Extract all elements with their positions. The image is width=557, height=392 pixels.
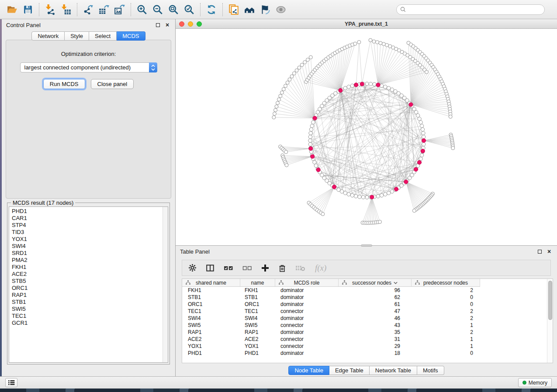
tab-motifs[interactable]: Motifs (417, 366, 444, 375)
table-cell: STB1 (240, 294, 275, 301)
table-row[interactable]: PHD1PHD1dominator180 (182, 350, 553, 357)
tab-style[interactable]: Style (65, 31, 89, 41)
result-item[interactable]: PHD1 (12, 208, 163, 215)
zoom-in-icon[interactable] (134, 2, 150, 17)
column-header-MCDS-role[interactable]: MCDS role (275, 279, 339, 286)
search-field[interactable] (396, 4, 545, 15)
float-table-panel-icon[interactable] (536, 248, 543, 255)
column-header-name[interactable]: name (240, 279, 275, 286)
zoom-fit-icon[interactable] (166, 2, 181, 17)
network-file-icon[interactable] (226, 2, 242, 17)
tab-network-table[interactable]: Network Table (370, 366, 417, 375)
column-header-predecessor-nodes[interactable]: predecessor nodes (412, 279, 480, 286)
table-cell: RAP1 (182, 329, 240, 336)
control-panel-title: Control Panel (6, 22, 41, 28)
table-row[interactable]: TEC1TEC1connector472 (182, 308, 553, 315)
table-row[interactable]: SWI4SWI4dominator462 (182, 315, 553, 322)
table-scrollbar[interactable] (547, 279, 553, 363)
result-item[interactable]: TEC1 (12, 313, 163, 320)
table-row[interactable]: YOX1YOX1connector291 (182, 343, 553, 350)
result-item[interactable]: SWI5 (12, 306, 163, 313)
search-input[interactable] (408, 7, 541, 13)
column-header-shared-name[interactable]: shared name (182, 279, 240, 286)
export-image-icon[interactable] (112, 2, 128, 17)
result-item[interactable]: FKH1 (12, 264, 163, 271)
zoom-selected-icon[interactable] (181, 2, 197, 17)
import-table-icon[interactable] (58, 2, 74, 17)
memory-button[interactable]: Memory (518, 378, 552, 387)
table-row[interactable]: ACE2ACE2connector311 (182, 336, 553, 343)
table-cell: 2 (412, 308, 480, 315)
settings-gear-icon[interactable] (188, 264, 197, 272)
column-header-successor-nodes[interactable]: successor nodes (339, 279, 412, 286)
result-item[interactable]: TID3 (12, 229, 163, 236)
tab-edge-table[interactable]: Edge Table (329, 366, 370, 375)
close-table-panel-icon[interactable]: × (546, 248, 553, 255)
table-row[interactable]: ORC1ORC1dominator610 (182, 301, 553, 308)
open-folder-icon[interactable] (4, 2, 20, 17)
table-row[interactable]: STB1STB1dominator620 (182, 294, 553, 301)
column-layout-icon[interactable] (206, 264, 214, 272)
zoom-out-icon[interactable] (150, 2, 166, 17)
result-item[interactable]: STP4 (12, 222, 163, 229)
select-stepper-icon (149, 62, 157, 72)
table-row[interactable]: FKH1FKH1dominator962 (182, 287, 553, 294)
result-item[interactable]: STB5 (12, 278, 163, 285)
toolbar-separator (222, 3, 223, 16)
table-cell: 62 (339, 294, 412, 301)
table-cell: SWI4 (240, 315, 275, 322)
toolbar-separator (77, 3, 77, 16)
export-table-icon[interactable] (96, 2, 112, 17)
result-item[interactable]: ORC1 (12, 285, 163, 292)
mcds-result-title: MCDS result (17 nodes) (11, 199, 75, 206)
splitter-handle[interactable] (361, 244, 372, 247)
result-item[interactable]: STB1 (12, 299, 163, 306)
result-item[interactable]: RAP1 (12, 292, 163, 299)
save-icon[interactable] (20, 2, 36, 17)
node-table: shared namenameMCDS rolesuccessor nodesp… (182, 279, 553, 363)
run-mcds-button[interactable]: Run MCDS (43, 79, 85, 89)
float-panel-icon[interactable] (154, 21, 161, 28)
table-cell: YOX1 (240, 343, 275, 350)
table-cell: TEC1 (182, 308, 240, 315)
tab-select[interactable]: Select (89, 31, 117, 41)
tab-network[interactable]: Network (31, 31, 65, 41)
network-graph[interactable] (176, 29, 557, 245)
import-network-icon[interactable] (42, 2, 58, 17)
table-cell: TEC1 (240, 308, 275, 315)
delete-column-icon[interactable] (278, 264, 286, 272)
result-item[interactable]: GCR1 (12, 320, 163, 327)
table-tabs: Node TableEdge TableNetwork TableMotifs (176, 363, 557, 376)
result-item[interactable]: SRD1 (12, 250, 163, 257)
hide-selected-icon[interactable] (257, 2, 273, 17)
table-cell: 2 (412, 315, 480, 322)
first-neighbors-icon[interactable] (242, 2, 257, 17)
add-column-icon[interactable] (261, 264, 269, 272)
table-cell: 0 (412, 294, 480, 301)
export-network-icon[interactable] (80, 2, 96, 17)
tab-node-table[interactable]: Node Table (288, 366, 329, 375)
result-item[interactable]: PMA2 (12, 257, 163, 264)
close-panel-icon[interactable]: × (164, 21, 171, 28)
table-cell: connector (275, 336, 339, 343)
result-list-scrollbar[interactable] (163, 207, 168, 362)
task-history-button[interactable] (5, 378, 17, 387)
refresh-icon[interactable] (204, 2, 219, 17)
result-item[interactable]: CAR1 (12, 215, 163, 222)
result-item[interactable]: ACE2 (12, 271, 163, 278)
criterion-select[interactable]: largest connected component (undirected) (20, 62, 157, 72)
scrollbar-thumb[interactable] (548, 281, 552, 320)
table-cell: ORC1 (182, 301, 240, 308)
control-panel: Control Panel × NetworkStyleSelectMCDS O… (2, 19, 176, 376)
status-bar: Memory (0, 376, 557, 389)
result-item[interactable]: YOX1 (12, 236, 163, 243)
network-title-bar: YPA_prune.txt_1 (176, 19, 557, 29)
tab-mcds[interactable]: MCDS (117, 31, 145, 41)
table-row[interactable]: RAP1RAP1dominator352 (182, 329, 553, 336)
deselect-all-icon[interactable] (242, 265, 252, 272)
network-canvas[interactable] (176, 29, 557, 245)
select-all-icon[interactable] (224, 265, 233, 272)
close-panel-button[interactable]: Close panel (91, 79, 134, 89)
table-row[interactable]: SWI5SWI5connector431 (182, 322, 553, 329)
result-item[interactable]: SWI4 (12, 243, 163, 250)
